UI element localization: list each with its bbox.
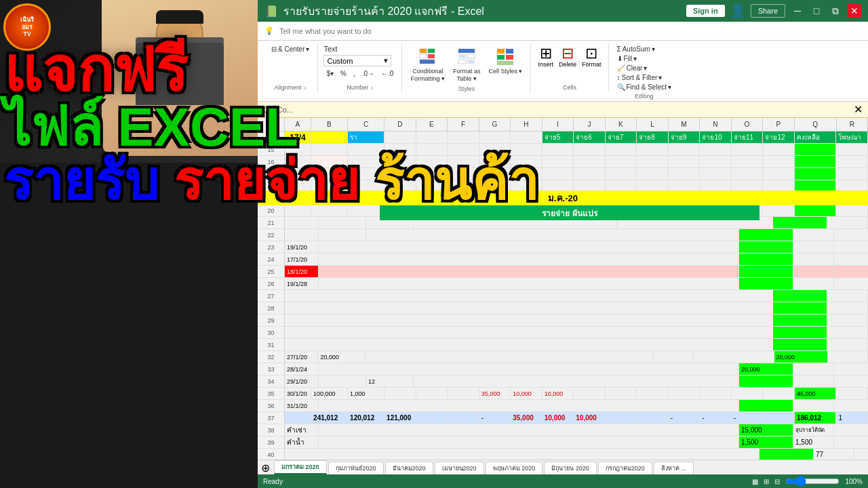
decrease-decimal-button[interactable]: ←.0 bbox=[378, 68, 396, 79]
cell-34-r[interactable] bbox=[793, 375, 834, 387]
cell-23-rest[interactable] bbox=[319, 241, 739, 253]
cell-20-n[interactable] bbox=[700, 205, 732, 216]
cell-28-r[interactable] bbox=[827, 302, 868, 314]
cell-39-r[interactable]: 1,500 bbox=[793, 436, 834, 448]
cell-15-f[interactable] bbox=[448, 144, 479, 155]
cell-24-r[interactable] bbox=[793, 253, 834, 265]
cell-18-b[interactable] bbox=[311, 180, 348, 192]
cell-18-n[interactable] bbox=[700, 180, 732, 192]
cell-20-p[interactable] bbox=[763, 205, 795, 216]
cell-14-o[interactable]: จ่าย11 bbox=[732, 131, 764, 143]
cell-32-a[interactable]: 27/1/20 bbox=[285, 351, 318, 363]
cell-19-m[interactable] bbox=[669, 192, 701, 204]
insert-button[interactable]: ⊞ Insert bbox=[536, 45, 555, 69]
cell-17-h[interactable] bbox=[511, 168, 542, 180]
cell-35-m[interactable] bbox=[669, 388, 701, 399]
cell-37-i[interactable]: 10,000 bbox=[542, 412, 574, 424]
cell-35-f[interactable] bbox=[448, 388, 479, 399]
cell-37-m[interactable]: - bbox=[669, 412, 701, 424]
cell-34-b[interactable] bbox=[319, 375, 366, 387]
cell-40-q[interactable] bbox=[760, 449, 814, 460]
cell-20-a[interactable] bbox=[285, 205, 311, 216]
percent-button[interactable]: % bbox=[338, 68, 349, 79]
cell-19-j[interactable] bbox=[574, 192, 606, 204]
cell-30-r[interactable] bbox=[827, 327, 868, 338]
cell-14-j[interactable]: จ่าย6 bbox=[574, 131, 606, 143]
cell-34-rest[interactable] bbox=[414, 375, 739, 387]
cell-14-q[interactable]: คงเหลือ bbox=[795, 131, 836, 143]
maximize-button[interactable]: ⧉ bbox=[829, 4, 842, 18]
cell-17-o[interactable] bbox=[732, 168, 764, 180]
cell-39-rest[interactable] bbox=[319, 436, 739, 448]
cell-38-q[interactable]: 15,000 bbox=[739, 424, 793, 436]
cell-15-q[interactable] bbox=[795, 144, 836, 155]
format-button[interactable]: ⊡ Format bbox=[580, 45, 603, 69]
cell-17-d[interactable] bbox=[384, 168, 416, 180]
merge-center-button[interactable]: ⊟ & Center ▾ bbox=[269, 45, 312, 54]
cell-39-q[interactable]: 1,500 bbox=[739, 436, 793, 448]
cell-19-p[interactable] bbox=[763, 192, 795, 204]
cell-22-rest[interactable] bbox=[366, 229, 739, 241]
cell-15-j[interactable] bbox=[574, 144, 606, 155]
cell-24-rest[interactable] bbox=[319, 253, 739, 265]
cell-15-o[interactable] bbox=[732, 144, 764, 155]
conditional-formatting-button[interactable]: ConditionalFormatting ▾ bbox=[408, 45, 448, 84]
cell-38-r[interactable]: สุปรายได้นัด bbox=[793, 424, 834, 436]
cell-19-d[interactable] bbox=[384, 192, 416, 204]
cell-34-q[interactable] bbox=[739, 375, 793, 387]
cell-35-d[interactable] bbox=[384, 388, 416, 399]
cell-40-r[interactable]: 77 bbox=[814, 449, 854, 460]
cell-27-r[interactable] bbox=[827, 290, 868, 302]
cell-37-o[interactable]: - bbox=[732, 412, 764, 424]
currency-button[interactable]: $▾ bbox=[323, 68, 336, 79]
cell-16-o[interactable] bbox=[732, 156, 764, 167]
cell-23-a[interactable]: 19/1/20 bbox=[285, 241, 319, 253]
cell-35-b[interactable]: 100,000 bbox=[311, 388, 348, 399]
cell-17-q[interactable] bbox=[795, 168, 836, 180]
cell-32-q[interactable]: 20,000 bbox=[774, 351, 828, 363]
cell-16-p[interactable] bbox=[763, 156, 795, 167]
cell-17-b[interactable] bbox=[311, 168, 348, 180]
cell-37-l[interactable] bbox=[637, 412, 669, 424]
cell-39-a[interactable]: คำน้ำ bbox=[285, 436, 319, 448]
cell-37-j[interactable]: 10,000 bbox=[574, 412, 606, 424]
cell-35-q[interactable]: 46,000 bbox=[795, 388, 836, 399]
cell-16-j[interactable] bbox=[574, 156, 606, 167]
sheet-tab-april[interactable]: เมษายน2020 bbox=[435, 462, 484, 474]
cell-31-q[interactable] bbox=[773, 339, 827, 350]
cell-14-m[interactable]: จ่าย9 bbox=[669, 131, 701, 143]
cell-15-g[interactable] bbox=[479, 144, 511, 155]
expand-icon[interactable]: ⬦ bbox=[370, 84, 374, 91]
cell-36-a[interactable]: 31/1/20 bbox=[285, 400, 319, 411]
cell-18-o[interactable] bbox=[732, 180, 764, 192]
cell-16-e[interactable] bbox=[416, 156, 448, 167]
cell-15-k[interactable] bbox=[606, 144, 637, 155]
cell-22-a[interactable] bbox=[285, 229, 319, 241]
cell-17-r[interactable] bbox=[836, 168, 868, 180]
cell-17-g[interactable] bbox=[479, 168, 511, 180]
cell-14-e[interactable] bbox=[416, 131, 448, 143]
cell-32-cdefg[interactable] bbox=[366, 351, 654, 363]
cell-40-rest[interactable] bbox=[285, 449, 760, 460]
cell-35-c[interactable]: 1,000 bbox=[348, 388, 384, 399]
cell-15-n[interactable] bbox=[700, 144, 732, 155]
cell-17-j[interactable] bbox=[574, 168, 606, 180]
cell-17-c[interactable] bbox=[348, 168, 384, 180]
fill-button[interactable]: ⬇ Fill ▾ bbox=[614, 54, 674, 63]
cell-20-r[interactable] bbox=[836, 205, 868, 216]
cell-35-p[interactable] bbox=[763, 388, 795, 399]
cell-14-p[interactable]: จ่าย12 bbox=[763, 131, 795, 143]
cell-31-r[interactable] bbox=[827, 339, 868, 350]
cell-20-h[interactable] bbox=[511, 205, 542, 216]
sign-in-button[interactable]: Sign in bbox=[686, 5, 725, 17]
cell-15-p[interactable] bbox=[763, 144, 795, 155]
cell-17-a[interactable] bbox=[285, 168, 311, 180]
sheet-tab-june[interactable]: มิถุนายน 2020 bbox=[544, 462, 597, 474]
cell-18-g[interactable] bbox=[479, 180, 511, 192]
cell-20-f[interactable] bbox=[448, 205, 479, 216]
cell-32-h[interactable] bbox=[654, 351, 694, 363]
cell-26-r[interactable] bbox=[793, 278, 834, 289]
cell-18-f[interactable] bbox=[448, 180, 479, 192]
cell-16-r[interactable] bbox=[836, 156, 868, 167]
cell-26-a[interactable]: 19/1/28 bbox=[285, 278, 319, 289]
